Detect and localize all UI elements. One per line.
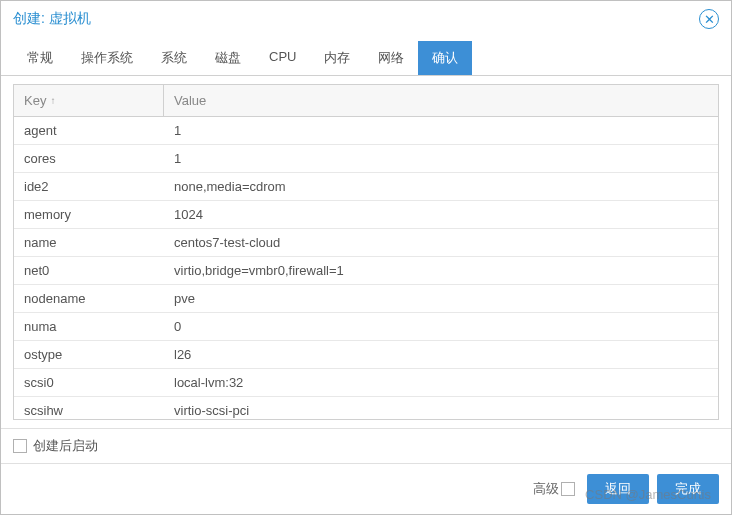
cell-key: agent <box>14 117 164 144</box>
column-key-label: Key <box>24 93 46 108</box>
tab-disks[interactable]: 磁盘 <box>201 41 255 75</box>
cell-key: name <box>14 229 164 256</box>
start-after-create-checkbox[interactable] <box>13 439 27 453</box>
sort-asc-icon: ↑ <box>50 95 55 106</box>
footer-options: 创建后启动 <box>1 428 731 463</box>
table-row[interactable]: scsihwvirtio-scsi-pci <box>14 397 718 419</box>
table-row[interactable]: nodenamepve <box>14 285 718 313</box>
cell-key: nodename <box>14 285 164 312</box>
cell-key: numa <box>14 313 164 340</box>
grid-header: Key ↑ Value <box>14 85 718 117</box>
tab-general[interactable]: 常规 <box>13 41 67 75</box>
cell-value: none,media=cdrom <box>164 173 718 200</box>
cell-value: centos7-test-cloud <box>164 229 718 256</box>
cell-value: virtio-scsi-pci <box>164 397 718 419</box>
table-row[interactable]: scsi0local-lvm:32 <box>14 369 718 397</box>
start-after-create-label: 创建后启动 <box>33 437 98 455</box>
table-row[interactable]: namecentos7-test-cloud <box>14 229 718 257</box>
cell-value: pve <box>164 285 718 312</box>
table-row[interactable]: agent1 <box>14 117 718 145</box>
cell-key: ostype <box>14 341 164 368</box>
back-button[interactable]: 返回 <box>587 474 649 504</box>
cell-value: 1024 <box>164 201 718 228</box>
create-vm-dialog: 创建: 虚拟机 ✕ 常规 操作系统 系统 磁盘 CPU 内存 网络 确认 Key… <box>0 0 732 515</box>
cell-value: virtio,bridge=vmbr0,firewall=1 <box>164 257 718 284</box>
cell-key: scsi0 <box>14 369 164 396</box>
column-value-header[interactable]: Value <box>164 85 718 116</box>
cell-key: scsihw <box>14 397 164 419</box>
cell-key: cores <box>14 145 164 172</box>
cell-key: net0 <box>14 257 164 284</box>
tab-system[interactable]: 系统 <box>147 41 201 75</box>
table-row[interactable]: net0virtio,bridge=vmbr0,firewall=1 <box>14 257 718 285</box>
table-row[interactable]: ide2none,media=cdrom <box>14 173 718 201</box>
cell-value: local-lvm:32 <box>164 369 718 396</box>
dialog-title: 创建: 虚拟机 <box>13 10 91 28</box>
advanced-toggle[interactable]: 高级 <box>533 480 575 498</box>
wizard-tabs: 常规 操作系统 系统 磁盘 CPU 内存 网络 确认 <box>1 37 731 76</box>
close-icon[interactable]: ✕ <box>699 9 719 29</box>
summary-grid: Key ↑ Value agent1cores1ide2none,media=c… <box>13 84 719 420</box>
cell-key: ide2 <box>14 173 164 200</box>
table-row[interactable]: numa0 <box>14 313 718 341</box>
finish-button[interactable]: 完成 <box>657 474 719 504</box>
tab-memory[interactable]: 内存 <box>310 41 364 75</box>
cell-value: 0 <box>164 313 718 340</box>
tab-network[interactable]: 网络 <box>364 41 418 75</box>
titlebar: 创建: 虚拟机 ✕ <box>1 1 731 37</box>
cell-value: 1 <box>164 117 718 144</box>
column-key-header[interactable]: Key ↑ <box>14 85 164 116</box>
footer-buttons: 高级 返回 完成 CSDN @JamesCurtis <box>1 463 731 514</box>
advanced-checkbox[interactable] <box>561 482 575 496</box>
cell-key: memory <box>14 201 164 228</box>
cell-value: 1 <box>164 145 718 172</box>
tab-confirm[interactable]: 确认 <box>418 41 472 75</box>
tab-os[interactable]: 操作系统 <box>67 41 147 75</box>
table-row[interactable]: ostypel26 <box>14 341 718 369</box>
tab-cpu[interactable]: CPU <box>255 41 310 75</box>
table-row[interactable]: cores1 <box>14 145 718 173</box>
table-row[interactable]: memory1024 <box>14 201 718 229</box>
content-area: Key ↑ Value agent1cores1ide2none,media=c… <box>1 76 731 428</box>
grid-body[interactable]: agent1cores1ide2none,media=cdrommemory10… <box>14 117 718 419</box>
advanced-label: 高级 <box>533 480 559 498</box>
cell-value: l26 <box>164 341 718 368</box>
